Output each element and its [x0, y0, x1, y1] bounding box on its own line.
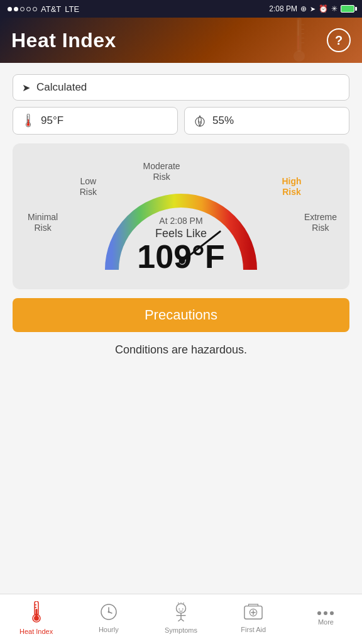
gauge-temperature: 109°F	[137, 240, 224, 273]
svg-rect-3	[297, 36, 299, 50]
svg-point-1	[293, 50, 305, 62]
humidity-value: 55%	[212, 114, 234, 127]
dot2	[14, 7, 18, 11]
hourly-tab-label: Hourly	[99, 626, 119, 633]
dot3	[20, 7, 25, 11]
tab-hourly[interactable]: Hourly	[72, 594, 145, 644]
carrier-label: AT&T	[41, 4, 61, 14]
svg-rect-14	[27, 118, 28, 118]
humidity-field[interactable]: % 55%	[184, 107, 349, 135]
svg-line-36	[178, 619, 181, 621]
humidity-icon: %	[194, 114, 206, 128]
risk-labels-container: MinimalRisk LowRisk ModerateRisk HighRis…	[23, 153, 339, 279]
svg-point-44	[330, 611, 334, 615]
help-button[interactable]: ?	[327, 28, 351, 52]
more-tab-icon	[317, 611, 334, 616]
svg-rect-8	[302, 43, 304, 43]
tab-heat-index[interactable]: Heat Index	[0, 594, 72, 644]
svg-point-43	[324, 611, 327, 615]
high-risk-label: HighRisk	[282, 176, 301, 197]
time-label: 2:08 PM	[269, 4, 297, 13]
svg-point-27	[107, 611, 109, 613]
alarm-icon: ⏰	[319, 4, 328, 13]
svg-line-31	[184, 602, 184, 604]
low-risk-label: LowRisk	[80, 176, 97, 197]
gauge-wrapper: At 2:08 PM Feels Like 109°F	[99, 188, 263, 279]
battery-icon	[341, 5, 354, 13]
svg-text:%: %	[198, 120, 202, 125]
more-tab-label: More	[318, 618, 334, 626]
extreme-risk-label: ExtremeRisk	[304, 212, 337, 233]
svg-rect-6	[302, 33, 304, 34]
svg-rect-5	[302, 29, 304, 30]
svg-rect-15	[27, 119, 28, 120]
first-aid-tab-label: First Aid	[241, 626, 266, 633]
tab-symptoms[interactable]: Symptoms	[145, 594, 217, 644]
svg-rect-12	[28, 119, 29, 124]
temperature-field[interactable]: 95°F	[13, 107, 178, 135]
header-thermometer-decoration	[274, 18, 324, 63]
status-left: AT&T LTE	[8, 4, 79, 14]
tab-more[interactable]: More	[290, 594, 362, 644]
heat-index-tab-label: Heat Index	[19, 628, 53, 635]
first-aid-tab-icon	[244, 603, 263, 623]
signal-dots	[8, 7, 37, 11]
thermometer-icon	[22, 114, 35, 128]
svg-point-32	[178, 608, 180, 609]
svg-rect-21	[35, 609, 37, 617]
temperature-value: 95°F	[41, 114, 63, 127]
gauge-section: MinimalRisk LowRisk ModerateRisk HighRis…	[13, 143, 349, 289]
app-title: Heat Index	[11, 29, 116, 52]
heat-index-tab-icon	[28, 601, 45, 625]
direction-icon: ➤	[310, 5, 315, 13]
tab-bar: Heat Index Hourly	[0, 594, 362, 644]
svg-rect-22	[35, 604, 36, 606]
location-value: Calculated	[36, 81, 87, 94]
measurement-fields: 95°F % 55%	[13, 107, 349, 135]
location-field[interactable]: ➤ Calculated	[13, 74, 349, 101]
input-row: ➤ Calculated 95°F	[13, 74, 349, 135]
svg-rect-0	[297, 18, 301, 52]
gauge-center-text: At 2:08 PM Feels Like 109°F	[137, 216, 224, 273]
conditions-text: Conditions are hazardous.	[13, 343, 349, 357]
dot5	[33, 7, 37, 11]
status-bar: AT&T LTE 2:08 PM ⊕ ➤ ⏰ ✳	[0, 0, 362, 18]
svg-line-29	[178, 602, 178, 604]
minimal-risk-label: MinimalRisk	[28, 212, 58, 233]
hourly-tab-icon	[100, 603, 118, 623]
symptoms-tab-label: Symptoms	[165, 626, 197, 634]
status-right: 2:08 PM ⊕ ➤ ⏰ ✳	[269, 4, 354, 13]
moderate-risk-label: ModerateRisk	[143, 161, 180, 182]
location-arrow-icon: ➤	[22, 82, 30, 94]
header: Heat Index ?	[0, 18, 362, 63]
dot1	[8, 7, 12, 11]
svg-point-33	[182, 608, 184, 609]
gauge-time: At 2:08 PM	[137, 216, 224, 226]
location-icon: ⊕	[300, 4, 307, 13]
svg-rect-23	[35, 607, 36, 608]
precautions-button[interactable]: Precautions	[13, 298, 349, 332]
network-label: LTE	[65, 4, 79, 14]
svg-rect-7	[302, 38, 304, 38]
main-content: ➤ Calculated 95°F	[0, 63, 362, 594]
svg-point-42	[317, 611, 321, 615]
svg-rect-4	[302, 25, 304, 25]
svg-rect-13	[27, 116, 28, 117]
tab-first-aid[interactable]: First Aid	[217, 594, 290, 644]
symptoms-tab-icon	[172, 602, 190, 624]
svg-line-37	[181, 619, 184, 621]
dot4	[26, 7, 31, 11]
bluetooth-icon: ✳	[331, 4, 337, 13]
